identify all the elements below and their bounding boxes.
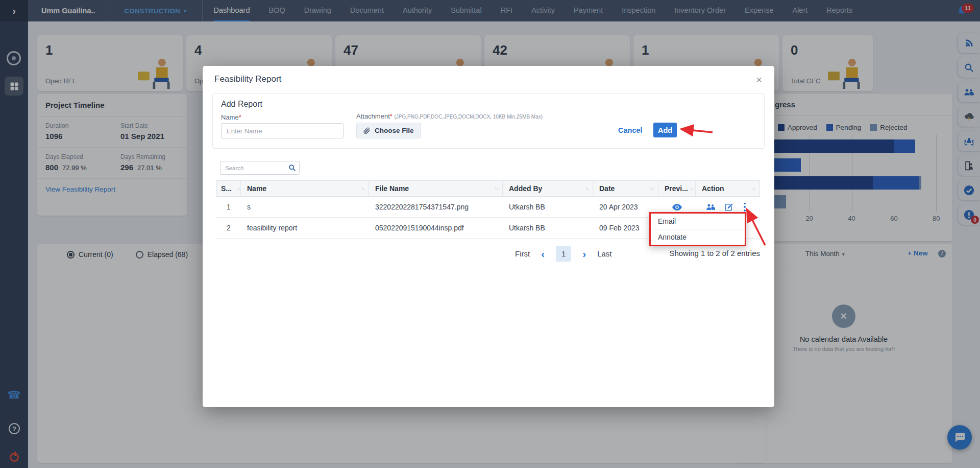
column-header-date[interactable]: Date↑↓: [593, 181, 658, 196]
cell-sno: 1: [216, 203, 241, 211]
search-input[interactable]: [220, 161, 300, 175]
column-header-preview[interactable]: Previ...↑↓: [658, 181, 696, 196]
attachment-hint: (JPG,PNG,PDF,DOC,JPEG,DOCM,DOCX, 10KB Mi…: [394, 114, 543, 120]
pagination-last[interactable]: Last: [597, 249, 611, 258]
sort-icon: ↑↓: [690, 186, 694, 191]
sort-icon: ↑↓: [650, 186, 654, 191]
cell-file-name: 32202202281754371547.png: [369, 203, 503, 211]
section-title: Add Report: [221, 100, 262, 109]
cell-added-by: Utkarsh BB: [503, 203, 593, 211]
annotation-arrow-menu: [741, 204, 771, 249]
column-header-file-name[interactable]: File Name↑↓: [369, 181, 503, 196]
cell-file-name: 0520220915190044insp.pdf: [369, 224, 503, 232]
chevron-right-icon[interactable]: ›: [582, 248, 586, 259]
choose-file-button[interactable]: Choose File: [356, 123, 421, 138]
sort-icon: ↑↓: [361, 186, 364, 191]
share-users-icon[interactable]: [706, 203, 716, 210]
preview-eye-icon[interactable]: [672, 204, 682, 210]
sort-icon: ↑↓: [752, 186, 755, 191]
table-header-row: S...↑↓ Name↑↓ File Name↑↓ Added By↑↓ Dat…: [216, 180, 760, 197]
name-label: Name*: [221, 113, 241, 121]
column-header-action[interactable]: Action↑↓: [696, 181, 760, 196]
add-report-section: Add Report Name* Attachment* (JPG,PNG,PD…: [212, 93, 765, 149]
column-header-added-by[interactable]: Added By↑↓: [503, 181, 593, 196]
cell-added-by: Utkarsh BB: [503, 224, 593, 232]
row-context-menu: Email Annotate: [649, 212, 746, 246]
chevron-left-icon[interactable]: ‹: [541, 248, 545, 259]
edit-icon[interactable]: [724, 203, 733, 212]
cancel-button[interactable]: Cancel: [612, 123, 649, 137]
pagination-page-1[interactable]: 1: [556, 246, 571, 262]
modal-title: Feasibility Report: [214, 74, 281, 84]
pagination-summary: Showing 1 to 2 of 2 entries: [669, 249, 760, 258]
sort-icon: ↑↓: [495, 186, 498, 191]
search-icon: [288, 164, 296, 172]
cell-date: 09 Feb 2023: [593, 224, 658, 232]
paperclip-icon: [363, 127, 371, 134]
annotation-arrow-add: [677, 124, 716, 136]
column-header-sno[interactable]: S...↑↓: [216, 181, 241, 196]
cell-name: feasibility report: [241, 224, 369, 232]
column-header-name[interactable]: Name↑↓: [241, 181, 369, 196]
attachment-label: Attachment* (JPG,PNG,PDF,DOC,JPEG,DOCM,D…: [356, 112, 543, 120]
name-field[interactable]: [221, 123, 344, 138]
sort-icon: ↑↓: [585, 186, 589, 191]
sort-icon: ↑↓: [237, 186, 240, 191]
close-icon[interactable]: ×: [754, 72, 764, 88]
menu-item-email[interactable]: Email: [651, 214, 745, 229]
cell-sno: 2: [216, 224, 241, 232]
pagination: First ‹ 1 › Last: [515, 246, 612, 262]
add-button[interactable]: Add: [653, 123, 677, 137]
menu-item-annotate[interactable]: Annotate: [651, 229, 745, 245]
cell-date: 20 Apr 2023: [593, 203, 658, 211]
cell-name: s: [241, 203, 369, 211]
pagination-first[interactable]: First: [515, 249, 530, 258]
search-box: [220, 161, 300, 175]
